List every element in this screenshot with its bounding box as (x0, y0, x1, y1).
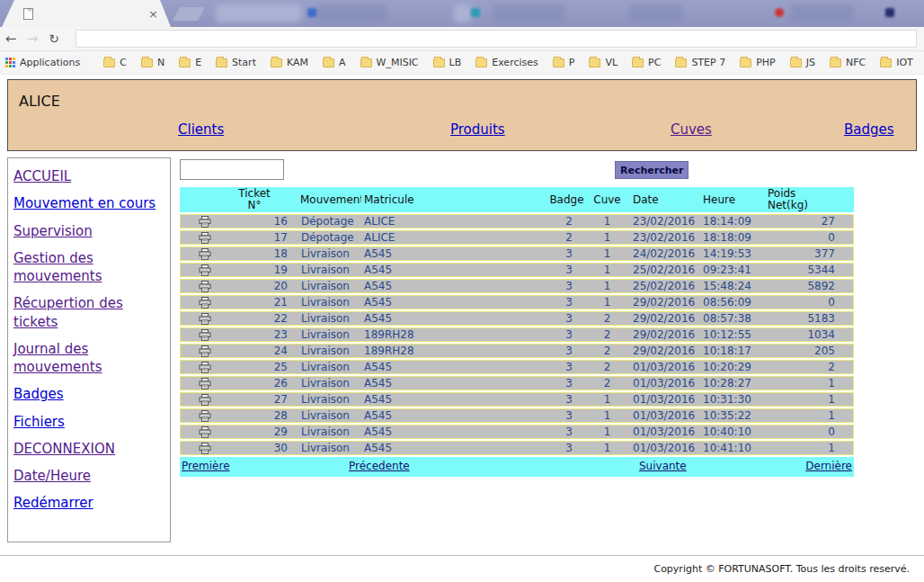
bookmark-folder[interactable]: PC (632, 57, 661, 68)
bookmark-label: Exercises (492, 57, 538, 68)
page-title: ALICE (19, 93, 60, 110)
sidebar-item[interactable]: Badges (13, 385, 164, 403)
table-row: 30 Livraison A545 3 1 01/03/2016 10:41:1… (180, 441, 854, 455)
bookmark-folder[interactable]: PHP (740, 57, 776, 68)
bookmark-folder[interactable]: LB (433, 57, 462, 68)
printer-icon (199, 232, 211, 244)
browser-tab[interactable]: × (2, 0, 171, 27)
print-ticket-button[interactable] (180, 263, 214, 277)
cell-badge: 2 (546, 230, 587, 245)
pagination-previous-link[interactable]: Précedente (349, 460, 410, 472)
sidebar-item[interactable]: Fichiers (13, 413, 164, 431)
print-ticket-button[interactable] (180, 230, 214, 245)
address-bar[interactable] (76, 30, 917, 48)
sidebar-item[interactable]: Journal des mouvements (13, 340, 164, 377)
printer-icon (199, 394, 211, 406)
bookmark-folder[interactable]: W_MISIC (360, 57, 419, 68)
bookmark-folder[interactable]: NFC (830, 57, 866, 68)
cell-ticket: 28 (214, 408, 295, 423)
sidebar-item[interactable]: Gestion des mouvements (13, 249, 164, 286)
copyright-text: Copyright © FORTUNASOFT. Tous les droits… (0, 556, 924, 575)
print-ticket-button[interactable] (180, 360, 214, 374)
print-ticket-button[interactable] (180, 392, 214, 407)
print-ticket-button[interactable] (180, 311, 214, 326)
printer-icon (199, 297, 211, 309)
bookmark-folder[interactable]: N (141, 57, 164, 68)
close-tab-icon[interactable]: × (148, 8, 158, 20)
folder-icon (740, 58, 751, 67)
print-ticket-button[interactable] (180, 214, 214, 228)
new-tab-button[interactable] (173, 7, 205, 21)
bookmark-folder[interactable]: Exercises (475, 57, 538, 68)
bookmark-folder[interactable]: STEP 7 (675, 57, 725, 68)
cell-heure: 18:18:09 (695, 230, 762, 245)
nav-link-clients[interactable]: Clients (178, 121, 224, 138)
back-icon[interactable]: ← (0, 32, 22, 46)
search-button[interactable]: Rechercher (615, 161, 689, 179)
cell-poids: 0 (762, 230, 854, 245)
bookmark-folder[interactable]: A (323, 57, 346, 68)
folder-icon (553, 58, 564, 67)
sidebar-item[interactable]: Récupertion des tickets (13, 294, 164, 331)
apps-grid-icon (5, 58, 15, 67)
printer-icon (199, 248, 211, 260)
nav-link-badges[interactable]: Badges (844, 121, 894, 138)
cell-cuve: 1 (587, 263, 627, 277)
pagination-next-link[interactable]: Suivante (639, 460, 687, 472)
sidebar-item[interactable]: Redémarrer (13, 494, 164, 512)
print-ticket-button[interactable] (180, 344, 214, 358)
print-ticket-button[interactable] (180, 408, 214, 423)
background-window-blur (493, 4, 564, 22)
sidebar-item[interactable]: Mouvement en cours (13, 194, 164, 212)
folder-icon (103, 58, 115, 67)
cell-matricule: A545 (361, 246, 546, 261)
apps-shortcut[interactable]: Applications (5, 57, 80, 68)
tickets-table: Ticket N° Mouvement Matricule Badge Cuve… (180, 185, 854, 457)
cell-mouvement: Livraison (295, 311, 361, 326)
print-ticket-button[interactable] (180, 246, 214, 261)
bookmark-folder[interactable]: IOT (880, 57, 913, 68)
cell-matricule: ALICE (361, 214, 546, 228)
bookmark-folder[interactable]: C (103, 57, 127, 68)
cell-mouvement: Livraison (295, 392, 361, 407)
cell-heure: 09:23:41 (695, 263, 762, 277)
cell-ticket: 30 (214, 441, 295, 455)
folder-icon (880, 58, 892, 67)
cell-mouvement: Livraison (295, 344, 361, 358)
bookmark-label: N (157, 57, 164, 68)
print-ticket-button[interactable] (180, 279, 214, 293)
bookmark-folder[interactable]: JS (790, 57, 815, 68)
bookmark-folder[interactable]: VL (589, 57, 617, 68)
bookmark-folder[interactable]: P (553, 57, 575, 68)
print-ticket-button[interactable] (180, 425, 214, 439)
sidebar-item[interactable]: ACCUEIL (13, 167, 164, 185)
bookmark-label: P (569, 57, 575, 68)
folder-icon (179, 58, 191, 67)
pagination-last-link[interactable]: Dernière (805, 460, 852, 472)
cell-cuve: 1 (587, 392, 627, 407)
search-input[interactable] (180, 159, 284, 180)
cell-badge: 3 (546, 327, 587, 342)
nav-link-produits[interactable]: Produits (450, 121, 505, 138)
nav-link-cuves[interactable]: Cuves (671, 121, 712, 138)
sidebar-item[interactable]: Supervision (13, 222, 164, 240)
refresh-icon[interactable]: ↻ (43, 32, 65, 45)
cell-cuve: 1 (587, 246, 627, 261)
cell-cuve: 2 (587, 344, 627, 358)
sidebar-item[interactable]: DECONNEXION (13, 440, 164, 458)
cell-mouvement: Livraison (295, 425, 361, 439)
print-ticket-button[interactable] (180, 376, 214, 390)
pagination-first-link[interactable]: Première (182, 460, 230, 472)
table-row: 26 Livraison A545 3 2 01/03/2016 10:28:2… (180, 376, 854, 390)
printer-icon (199, 216, 211, 228)
table-header-row: Ticket N° Mouvement Matricule Badge Cuve… (180, 187, 854, 212)
print-ticket-button[interactable] (180, 295, 214, 309)
sidebar-item[interactable]: Date/Heure (13, 467, 164, 485)
cell-ticket: 24 (214, 344, 295, 358)
bookmark-folder[interactable]: Start (216, 57, 256, 68)
printer-icon (199, 443, 211, 454)
print-ticket-button[interactable] (180, 441, 214, 455)
bookmark-folder[interactable]: E (179, 57, 201, 68)
print-ticket-button[interactable] (180, 327, 214, 342)
bookmark-folder[interactable]: KAM (271, 57, 308, 68)
